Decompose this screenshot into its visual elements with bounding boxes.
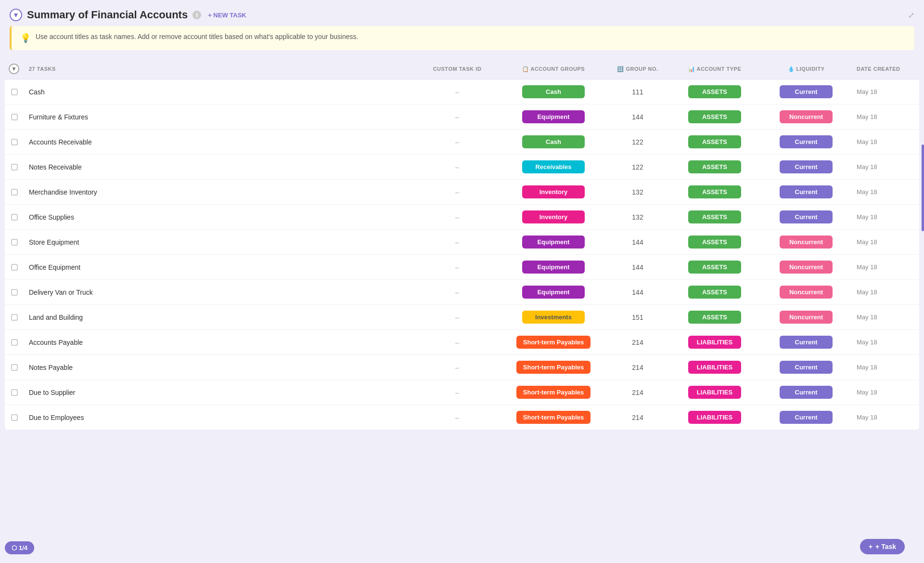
row-checkbox-10[interactable]: [5, 339, 24, 346]
page-title: Summary of Financial Accounts: [27, 9, 188, 21]
checkbox-7[interactable]: [11, 264, 18, 271]
checkbox-8[interactable]: [11, 289, 18, 296]
type-badge-5: ASSETS: [688, 210, 741, 223]
scrollbar-indicator[interactable]: [922, 144, 924, 231]
row-name-9: Land and Building: [24, 314, 414, 321]
row-custom-id-11: –: [414, 364, 500, 371]
row-custom-id-4: –: [414, 188, 500, 196]
checkbox-2[interactable]: [11, 139, 18, 145]
row-date-8: May 18: [852, 288, 919, 296]
row-date-9: May 18: [852, 314, 919, 321]
liq-badge-7: Noncurrent: [780, 261, 833, 274]
row-custom-id-7: –: [414, 263, 500, 271]
row-liquidity-1: Noncurrent: [760, 110, 852, 123]
task-add-plus-icon: +: [869, 543, 873, 550]
row-group-no-13: 214: [606, 414, 669, 421]
nav-button[interactable]: ⬡ 1/4: [5, 541, 34, 554]
row-checkbox-5[interactable]: [5, 214, 24, 221]
table-row: Delivery Van or Truck – Equipment 144 AS…: [5, 280, 919, 305]
row-account-type-13: LIABILITIES: [669, 411, 760, 424]
group-badge-5: Inventory: [522, 210, 585, 223]
row-group-9: Investments: [500, 309, 606, 326]
checkbox-9[interactable]: [11, 314, 18, 321]
row-group-7: Equipment: [500, 259, 606, 275]
checkbox-13[interactable]: [11, 414, 18, 421]
col-header-date-created: DATE CREATED: [852, 66, 919, 72]
row-checkbox-9[interactable]: [5, 314, 24, 321]
row-group-4: Inventory: [500, 183, 606, 200]
task-add-button[interactable]: + + Task: [860, 539, 905, 554]
type-badge-6: ASSETS: [688, 236, 741, 249]
row-group-2: Cash: [500, 133, 606, 150]
row-checkbox-0[interactable]: [5, 89, 24, 95]
row-checkbox-13[interactable]: [5, 414, 24, 421]
row-checkbox-8[interactable]: [5, 289, 24, 296]
checkbox-11[interactable]: [11, 364, 18, 371]
bulb-icon: 💡: [20, 33, 31, 43]
row-checkbox-3[interactable]: [5, 164, 24, 170]
new-task-button[interactable]: + NEW TASK: [208, 12, 246, 19]
row-checkbox-2[interactable]: [5, 139, 24, 145]
row-checkbox-7[interactable]: [5, 264, 24, 271]
row-checkbox-11[interactable]: [5, 364, 24, 371]
table-row: Notes Payable – Short-term Payables 214 …: [5, 355, 919, 380]
row-date-13: May 18: [852, 414, 919, 421]
collapse-button[interactable]: ▼: [10, 9, 22, 21]
table-row: Office Equipment – Equipment 144 ASSETS …: [5, 255, 919, 280]
row-liquidity-8: Noncurrent: [760, 286, 852, 299]
row-group-10: Short-term Payables: [500, 334, 606, 351]
row-date-12: May 18: [852, 389, 919, 396]
expand-icon[interactable]: ⤢: [908, 11, 914, 20]
info-icon[interactable]: ℹ: [192, 11, 201, 19]
row-liquidity-3: Current: [760, 160, 852, 173]
table-body: Cash – Cash 111 ASSETS Current May 18 Fu…: [5, 79, 919, 430]
group-badge-12: Short-term Payables: [516, 386, 590, 399]
row-liquidity-12: Current: [760, 386, 852, 399]
row-name-8: Delivery Van or Truck: [24, 288, 414, 296]
tasks-collapse-button[interactable]: ▼: [9, 64, 19, 74]
checkbox-10[interactable]: [11, 339, 18, 346]
row-date-6: May 18: [852, 238, 919, 246]
liq-badge-3: Current: [780, 160, 833, 173]
checkbox-1[interactable]: [11, 114, 18, 120]
row-custom-id-12: –: [414, 389, 500, 396]
col-header-account-type: 📊 ACCOUNT TYPE: [669, 66, 760, 72]
group-no-icon: 🔢: [617, 66, 626, 72]
group-badge-1: Equipment: [522, 110, 585, 123]
row-account-type-10: LIABILITIES: [669, 336, 760, 349]
row-date-4: May 18: [852, 188, 919, 196]
checkbox-5[interactable]: [11, 214, 18, 221]
col-header-tasks: 27 TASKS: [24, 66, 414, 72]
liq-badge-0: Current: [780, 85, 833, 98]
table-row: Store Equipment – Equipment 144 ASSETS N…: [5, 230, 919, 255]
checkbox-0[interactable]: [11, 89, 18, 95]
row-liquidity-10: Current: [760, 336, 852, 349]
row-checkbox-6[interactable]: [5, 239, 24, 246]
checkbox-6[interactable]: [11, 239, 18, 246]
table-row: Due to Employees – Short-term Payables 2…: [5, 405, 919, 430]
row-custom-id-6: –: [414, 238, 500, 246]
row-group-8: Equipment: [500, 284, 606, 301]
row-checkbox-1[interactable]: [5, 114, 24, 120]
row-custom-id-5: –: [414, 213, 500, 221]
group-badge-8: Equipment: [522, 286, 585, 299]
row-name-7: Office Equipment: [24, 263, 414, 271]
row-account-type-2: ASSETS: [669, 135, 760, 148]
group-badge-7: Equipment: [522, 261, 585, 274]
row-checkbox-12[interactable]: [5, 389, 24, 396]
row-group-no-7: 144: [606, 263, 669, 271]
type-badge-1: ASSETS: [688, 110, 741, 123]
bottom-bar: ⬡ 1/4: [0, 541, 34, 554]
row-checkbox-4[interactable]: [5, 189, 24, 196]
nav-icon: ⬡: [12, 544, 17, 551]
row-account-type-6: ASSETS: [669, 236, 760, 249]
liq-badge-12: Current: [780, 386, 833, 399]
row-group-3: Receivables: [500, 158, 606, 175]
checkbox-12[interactable]: [11, 389, 18, 396]
checkbox-4[interactable]: [11, 189, 18, 196]
row-name-3: Notes Receivable: [24, 163, 414, 171]
group-badge-10: Short-term Payables: [516, 336, 590, 349]
checkbox-3[interactable]: [11, 164, 18, 170]
account-type-icon: 📊: [688, 66, 697, 72]
hint-text: Use account titles as task names. Add or…: [36, 33, 358, 40]
